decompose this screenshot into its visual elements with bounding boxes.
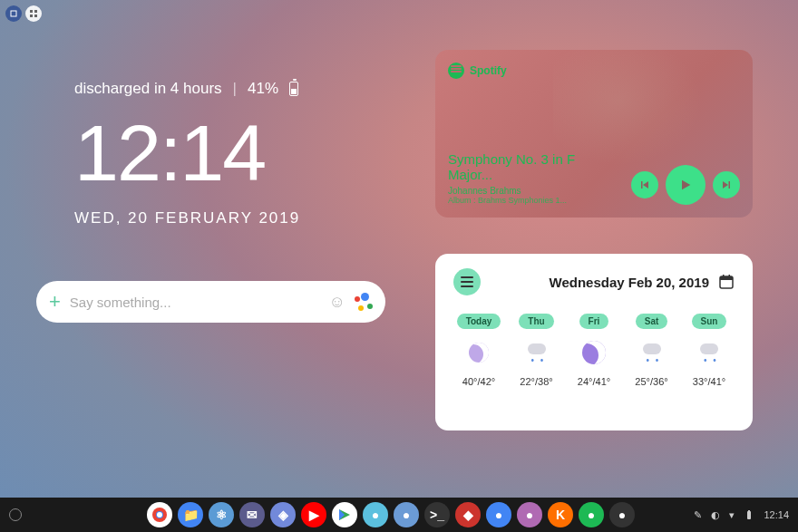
weather-icon: [684, 338, 735, 367]
clock-time: 12:14: [74, 113, 300, 193]
day-temp: 40°/42°: [453, 376, 504, 387]
music-widget[interactable]: Spotify Symphony No. 3 in F Major... Joh…: [435, 50, 753, 218]
assistant-icon[interactable]: [355, 293, 373, 311]
launcher-button[interactable]: [9, 508, 22, 521]
app-play[interactable]: [332, 502, 357, 527]
weather-icon: [627, 338, 677, 367]
calendar-icon[interactable]: [718, 274, 735, 290]
forecast-day[interactable]: Today40°/42°: [453, 312, 504, 387]
day-label: Sat: [636, 314, 668, 329]
weather-icon: [511, 338, 562, 367]
svg-rect-4: [34, 15, 37, 17]
app-shelf: 📁⚛✉◈▶●●>_◆●●K●●: [147, 502, 635, 527]
app-app4[interactable]: ●: [517, 502, 542, 527]
day-temp: 22°/38°: [511, 376, 562, 387]
app-app1[interactable]: ●: [363, 502, 388, 527]
day-label: Sun: [692, 314, 727, 329]
track-info: Symphony No. 3 in F Major... Johannes Br…: [448, 151, 611, 205]
app-files[interactable]: 📁: [178, 502, 203, 527]
svg-point-11: [157, 512, 162, 517]
forecast-day[interactable]: Sun33°/41°: [684, 312, 735, 387]
app-ruby[interactable]: ◆: [455, 502, 481, 527]
app-app5[interactable]: ●: [609, 502, 635, 527]
weather-widget[interactable]: Wednesday Feb 20, 2019 Today40°/42°Thu22…: [435, 254, 753, 430]
window-icon[interactable]: [5, 5, 22, 22]
track-album: Album : Brahms Symphonies 1...: [448, 196, 611, 205]
weather-icon: [453, 338, 504, 367]
svg-rect-12: [747, 511, 751, 519]
battery-status: discharged in 4 hours | 41%: [74, 80, 298, 98]
day-temp: 33°/41°: [684, 376, 735, 387]
day-temp: 25°/36°: [627, 376, 677, 387]
taskbar: 📁⚛✉◈▶●●>_◆●●K●● ✎ ◐ ▾ 12:14: [0, 498, 798, 532]
day-label: Fri: [579, 314, 609, 329]
battery-text: discharged in 4 hours: [74, 80, 222, 98]
app-chrome[interactable]: [147, 502, 172, 527]
spotify-icon: [448, 63, 464, 79]
day-label: Today: [457, 314, 501, 329]
svg-rect-7: [723, 275, 725, 278]
svg-rect-13: [748, 510, 750, 511]
forecast-row: Today40°/42°Thu22°/38°Fri24°/41°Sat25°/3…: [453, 312, 735, 387]
prev-button[interactable]: [631, 171, 658, 198]
app-inbox[interactable]: ✉: [239, 502, 265, 527]
app-app2[interactable]: ●: [394, 502, 419, 527]
app-kustom[interactable]: K: [548, 502, 573, 527]
app-terminal[interactable]: >_: [424, 502, 450, 527]
user-icon[interactable]: ◐: [711, 509, 720, 521]
menu-icon[interactable]: [453, 268, 481, 295]
track-title: Symphony No. 3 in F Major...: [448, 151, 611, 182]
separator: |: [233, 80, 237, 98]
top-left-icons: [5, 5, 42, 22]
app-app3[interactable]: ●: [486, 502, 511, 527]
battery-tray-icon: [744, 509, 754, 520]
app-react[interactable]: ⚛: [209, 502, 234, 527]
app-discord[interactable]: ◈: [270, 502, 296, 527]
day-temp: 24°/41°: [569, 376, 619, 387]
next-button[interactable]: [713, 171, 740, 198]
taskbar-time: 12:14: [764, 509, 789, 520]
wifi-icon[interactable]: ▾: [729, 509, 735, 521]
svg-rect-2: [34, 10, 37, 13]
svg-rect-0: [11, 11, 16, 16]
battery-icon: [289, 82, 298, 96]
svg-rect-8: [729, 275, 731, 278]
app-spotify[interactable]: ●: [579, 502, 604, 527]
clock-widget: 12:14 WED, 20 FEBRUARY 2019: [74, 113, 300, 227]
battery-percent: 41%: [248, 80, 278, 98]
svg-rect-3: [30, 15, 33, 17]
grid-icon[interactable]: [25, 5, 42, 22]
app-youtube[interactable]: ▶: [301, 502, 326, 527]
play-button[interactable]: [666, 165, 706, 205]
pen-icon[interactable]: ✎: [694, 509, 702, 521]
music-controls: [631, 165, 740, 205]
search-input[interactable]: [70, 295, 320, 310]
clock-date: WED, 20 FEBRUARY 2019: [74, 209, 300, 227]
emoji-icon[interactable]: ☺: [329, 293, 345, 312]
search-bar[interactable]: + ☺: [36, 281, 385, 323]
add-icon[interactable]: +: [49, 290, 61, 314]
system-tray[interactable]: ✎ ◐ ▾ 12:14: [694, 509, 789, 521]
svg-rect-1: [30, 10, 33, 13]
weather-icon: [569, 338, 619, 367]
forecast-day[interactable]: Sat25°/36°: [627, 312, 677, 387]
day-label: Thu: [519, 314, 553, 329]
weather-date: Wednesday Feb 20, 2019: [481, 275, 709, 290]
track-artist: Johannes Brahms: [448, 186, 611, 196]
svg-rect-6: [720, 276, 733, 280]
forecast-day[interactable]: Thu22°/38°: [511, 312, 562, 387]
forecast-day[interactable]: Fri24°/41°: [569, 312, 619, 387]
